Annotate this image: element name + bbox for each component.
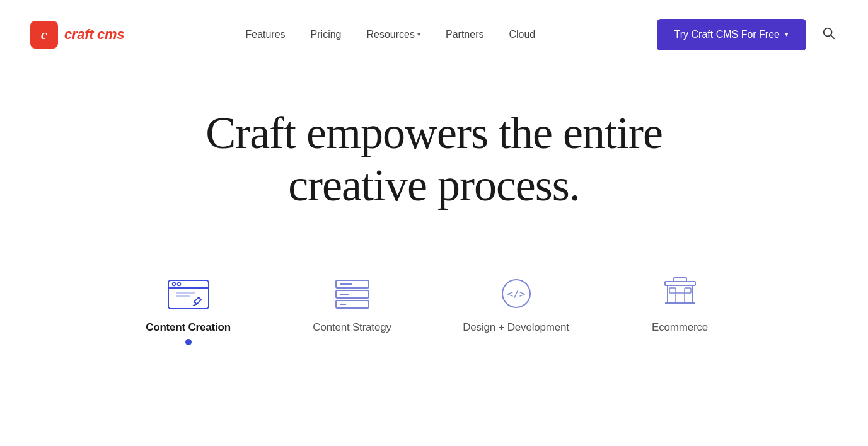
svg-point-4 — [172, 282, 175, 285]
nav-resources[interactable]: Resources ▾ — [367, 29, 420, 40]
feature-label-content-strategy: Content Strategy — [313, 321, 391, 334]
feature-label-ecommerce: Ecommerce — [652, 321, 708, 334]
header-right: Try Craft CMS For Free ▾ — [657, 19, 838, 50]
search-button[interactable] — [819, 23, 838, 45]
logo[interactable]: c craft cms — [30, 21, 124, 49]
hero-title: Craft empowers the entire creative proce… — [205, 107, 663, 212]
ecommerce-icon — [657, 275, 703, 312]
svg-rect-24 — [685, 288, 691, 293]
feature-label-design-dev: Design + Development — [463, 321, 569, 334]
nav-pricing[interactable]: Pricing — [311, 29, 342, 40]
nav-partners[interactable]: Partners — [446, 29, 483, 40]
feature-ecommerce[interactable]: Ecommerce — [598, 275, 762, 334]
feature-label-content-creation: Content Creation — [146, 321, 231, 334]
logo-icon: c — [30, 21, 58, 49]
svg-line-9 — [194, 302, 197, 304]
chevron-down-icon: ▾ — [785, 30, 789, 38]
svg-rect-6 — [176, 292, 195, 294]
main-nav: Features Pricing Resources ▾ Partners Cl… — [245, 29, 535, 40]
search-icon — [821, 28, 835, 42]
design-dev-icon: </> — [494, 275, 539, 312]
nav-features[interactable]: Features — [245, 29, 285, 40]
svg-rect-23 — [669, 288, 676, 293]
chevron-down-icon: ▾ — [417, 31, 420, 38]
svg-rect-22 — [676, 293, 685, 303]
svg-text:</>: </> — [507, 288, 525, 300]
cta-button[interactable]: Try Craft CMS For Free ▾ — [657, 19, 806, 50]
active-indicator — [185, 339, 192, 345]
svg-line-1 — [831, 35, 834, 38]
svg-rect-26 — [674, 278, 686, 282]
content-creation-icon — [166, 275, 211, 312]
feature-content-strategy[interactable]: Content Strategy — [270, 275, 434, 334]
cta-label: Try Craft CMS For Free — [674, 29, 780, 40]
svg-line-10 — [193, 304, 197, 306]
logo-text: craft cms — [64, 26, 124, 43]
header: c craft cms Features Pricing Resources ▾… — [0, 0, 868, 69]
svg-rect-7 — [176, 295, 190, 297]
svg-point-5 — [177, 282, 180, 285]
svg-line-8 — [199, 297, 201, 300]
features-row: Content Creation Content Strategy </> — [0, 256, 868, 345]
nav-cloud[interactable]: Cloud — [509, 29, 535, 40]
hero-section: Craft empowers the entire creative proce… — [0, 69, 868, 237]
svg-rect-2 — [168, 280, 209, 309]
content-strategy-icon — [330, 275, 375, 312]
feature-design-dev[interactable]: </> Design + Development — [434, 275, 598, 334]
feature-content-creation[interactable]: Content Creation — [107, 275, 270, 345]
